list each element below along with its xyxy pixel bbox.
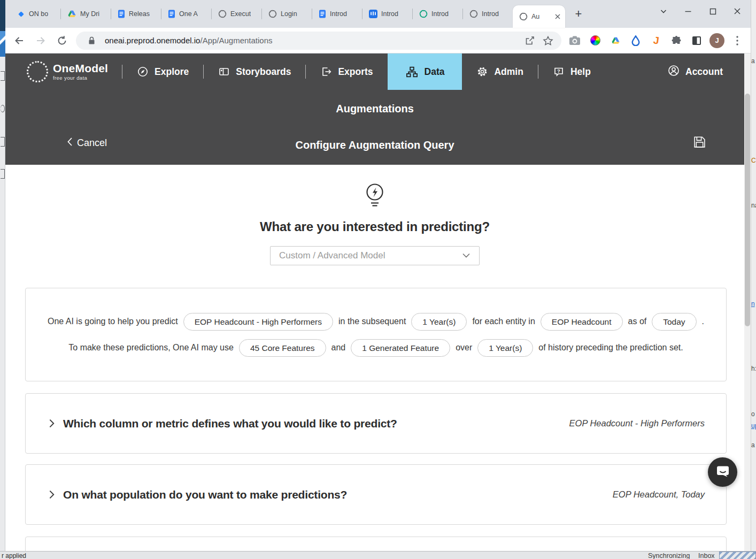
nav-item-help[interactable]: ?Help [538, 53, 605, 90]
browser-tab[interactable]: Releas [111, 0, 161, 28]
tab-title: Login [281, 10, 297, 18]
background-text-fragment: n [751, 301, 755, 307]
new-tab-button[interactable]: + [569, 0, 588, 28]
forward-button[interactable] [30, 30, 51, 51]
browser-tab[interactable]: My Dri [61, 0, 111, 28]
nav-item-label: Exports [338, 66, 373, 78]
drive-icon [67, 10, 76, 18]
camera-icon[interactable] [565, 30, 585, 51]
maximize-icon [709, 8, 716, 15]
page-content: What are you interested in predicting? C… [5, 165, 744, 551]
predict-param-pill[interactable]: EOP Headcount - High Performers [183, 313, 333, 331]
bookmark-star-icon[interactable] [540, 33, 556, 49]
onemodel-logo[interactable]: OneModel free your data [27, 61, 108, 82]
accordion-row[interactable]: On what population do you want to make p… [25, 464, 727, 525]
cancel-label: Cancel [77, 137, 107, 149]
app-page: OneModel free your data ExploreStoryboar… [5, 53, 744, 551]
help-icon: ? [553, 66, 565, 78]
nav-item-data[interactable]: Data [388, 53, 462, 90]
profile-avatar[interactable]: J [707, 30, 727, 51]
predict-param-pill[interactable]: EOP Headcount [541, 313, 623, 331]
feature-param-pill[interactable]: 1 Generated Feature [351, 339, 450, 357]
predict-question-heading: What are you interested in predicting? [5, 219, 744, 234]
background-inbox-label: Inbox [698, 552, 715, 559]
hook-icon[interactable]: J [646, 30, 666, 51]
sentence-text: over [456, 343, 472, 353]
tab-title: Au [531, 13, 539, 20]
feature-param-pill[interactable]: 1 Year(s) [477, 339, 533, 357]
scrollbar-thumb[interactable] [745, 94, 750, 326]
svg-text:?: ? [557, 68, 560, 74]
tab-search-chevron-icon [660, 7, 667, 15]
nav-item-account[interactable]: Account [657, 53, 744, 90]
nav-item-label: Help [570, 66, 591, 78]
panel-icon[interactable] [686, 30, 707, 51]
jira-icon [17, 10, 25, 18]
share-icon[interactable] [522, 33, 538, 49]
close-button[interactable] [725, 0, 750, 22]
page-scrollbar[interactable] [744, 53, 751, 551]
nav-item-exports[interactable]: Exports [306, 53, 387, 90]
docs-icon [118, 10, 125, 18]
avatar: J [709, 33, 724, 48]
browser-tab[interactable]: One A [161, 0, 211, 28]
reload-button[interactable] [51, 30, 73, 51]
browser-tab[interactable]: Execut [212, 0, 261, 28]
cancel-button[interactable]: Cancel [67, 137, 107, 149]
browser-tab[interactable]: Introd [312, 0, 362, 28]
accordion-title: On what population do you want to make p… [63, 488, 347, 501]
sentence-text: of history preceding the prediction set. [538, 343, 683, 353]
accordion-partial[interactable] [25, 537, 727, 551]
background-text-fragment: o [751, 411, 755, 417]
background-progress-hatch [719, 552, 756, 559]
task-icon [1, 137, 5, 147]
account-label: Account [685, 66, 723, 78]
menu-kebab-icon[interactable] [727, 30, 747, 51]
sentence-text: One AI is going to help you predict [48, 317, 178, 326]
nav-item-admin[interactable]: Admin [462, 53, 537, 90]
tab-title: Introd [431, 10, 449, 18]
sitemap-icon [405, 65, 419, 79]
reload-icon [57, 35, 67, 46]
browser-tab-active[interactable]: Au [513, 5, 565, 28]
save-button[interactable] [692, 135, 707, 151]
puzzle-icon[interactable] [666, 30, 686, 51]
tab-close-button[interactable] [553, 12, 562, 21]
back-button[interactable] [9, 30, 30, 51]
browser-tab[interactable]: Introd [463, 0, 513, 28]
browser-tab[interactable]: Introd [413, 0, 462, 28]
app-navbar: OneModel free your data ExploreStoryboar… [5, 53, 744, 90]
nav-item-explore[interactable]: Explore [122, 53, 203, 90]
maximize-button[interactable] [700, 0, 725, 22]
intercom-chat-button[interactable] [708, 457, 737, 487]
background-text-fragment: na [751, 202, 756, 209]
openai-icon [519, 12, 528, 21]
minimize-button[interactable] [676, 0, 700, 22]
background-window-bottom-strip: r applied Synchronizing Inbox [0, 551, 756, 559]
chevron-left-icon [67, 137, 73, 149]
predict-param-pill[interactable]: Today [652, 313, 696, 331]
docs-icon [319, 10, 326, 18]
browser-tab[interactable]: Introd [362, 0, 412, 28]
browser-tab[interactable]: ON bo [11, 0, 60, 28]
water-drop-icon[interactable] [626, 30, 646, 51]
accordion-row[interactable]: Which column or metric defines what you … [25, 393, 727, 454]
accordion-selected-value: EOP Headcount - High Performers [569, 418, 705, 428]
account-icon [667, 64, 680, 80]
feature-param-pill[interactable]: 45 Core Features [239, 339, 326, 357]
logo-title: OneModel [53, 63, 108, 74]
tab-search-chevron-button[interactable] [651, 0, 676, 22]
background-window-left-sliver [0, 0, 5, 559]
address-bar[interactable]: oneai.preprod.onemodel.io/App/Augmentati… [76, 32, 561, 50]
nav-item-storyboards[interactable]: Storyboards [204, 53, 305, 90]
predict-param-pill[interactable]: 1 Year(s) [411, 313, 467, 331]
docs-icon [168, 10, 175, 18]
color-wheel-icon[interactable] [585, 30, 605, 51]
header-action-row: Cancel Configure Augmentation Query [5, 137, 744, 155]
exports-icon [320, 66, 332, 78]
model-type-dropdown[interactable]: Custom / Advanced Model [270, 246, 480, 265]
browser-tab[interactable]: Login [262, 0, 312, 28]
browser-nav-buttons [9, 30, 73, 51]
close-icon [734, 7, 741, 15]
drive-icon[interactable] [605, 30, 626, 51]
